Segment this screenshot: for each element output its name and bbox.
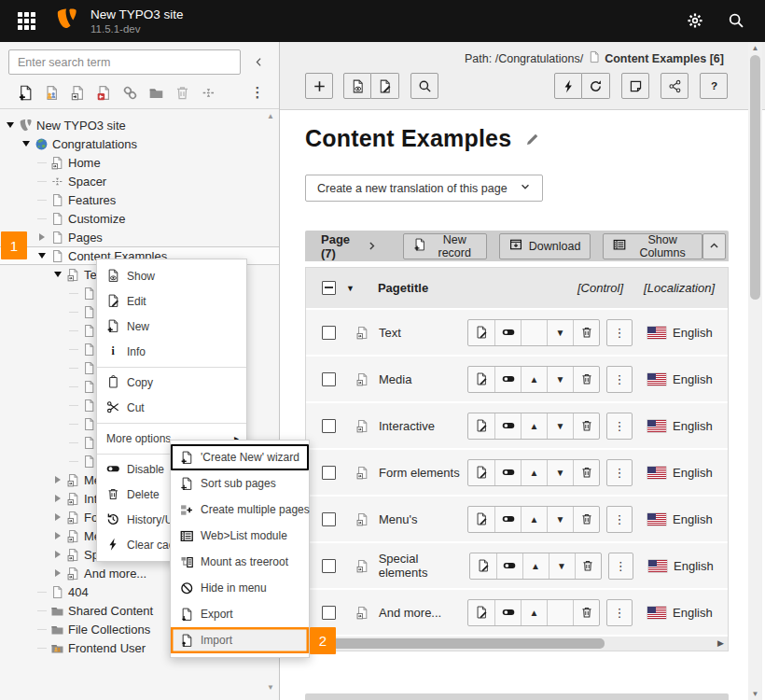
menu-item-import[interactable]: Import — [171, 627, 309, 653]
expand-node-icon[interactable] — [35, 233, 49, 241]
menu-item-copy[interactable]: Copy — [97, 370, 246, 395]
toggle-visibility-button[interactable] — [494, 320, 521, 345]
expand-node-icon[interactable] — [51, 551, 64, 558]
edit-record-button[interactable] — [468, 320, 494, 345]
caret-down-icon[interactable]: ▼ — [346, 284, 355, 293]
horizontal-scrollbar[interactable]: ▶ — [306, 637, 728, 651]
move-down-button[interactable]: ▼ — [549, 553, 575, 579]
trash-disabled-icon[interactable] — [169, 83, 195, 102]
edit-record-button[interactable] — [468, 413, 494, 439]
scrollbar-thumb[interactable] — [312, 638, 605, 649]
delete-record-button[interactable] — [573, 600, 599, 625]
row-language[interactable]: English — [673, 326, 716, 340]
collapse-panel-button[interactable] — [702, 233, 726, 259]
select-all-checkbox[interactable] — [322, 281, 336, 295]
tree-item-new-typo3-site[interactable]: New TYPO3 site — [0, 116, 279, 134]
menu-item-export[interactable]: Export — [171, 601, 309, 627]
tree-scroll-up-icon[interactable]: ▲ — [267, 112, 274, 120]
help-button[interactable]: ? — [700, 73, 728, 99]
menu-item-cut[interactable]: Cut — [97, 395, 246, 420]
move-up-button[interactable]: ▲ — [521, 507, 547, 532]
toggle-visibility-button[interactable] — [494, 600, 521, 625]
link-icon[interactable] — [117, 83, 143, 102]
shortcut-page-icon[interactable] — [355, 466, 370, 480]
delete-record-button[interactable] — [573, 413, 599, 439]
edit-title-pencil-icon[interactable] — [525, 125, 540, 152]
menu-item-edit[interactable]: Edit — [97, 288, 246, 314]
show-columns-button[interactable]: Show Columns — [603, 233, 702, 259]
tree-toolbar-menu-button[interactable]: ⋮ — [248, 84, 267, 101]
collapse-tree-button[interactable] — [246, 50, 271, 75]
more-actions-button[interactable]: ⋮ — [606, 366, 633, 393]
more-actions-button[interactable]: ⋮ — [606, 599, 633, 626]
row-checkbox[interactable] — [322, 466, 336, 480]
shortcut-page-icon[interactable] — [355, 512, 370, 526]
reload-button[interactable] — [582, 73, 610, 99]
more-actions-button[interactable]: ⋮ — [606, 459, 633, 486]
expand-node-icon[interactable] — [51, 513, 64, 521]
more-actions-button[interactable]: ⋮ — [606, 413, 633, 440]
move-up-button[interactable]: ▲ — [521, 413, 547, 439]
tree-item-customize[interactable]: Customize — [0, 209, 279, 228]
move-down-button[interactable]: ▼ — [547, 413, 573, 439]
menu-item-new[interactable]: New — [97, 314, 246, 339]
move-up-button[interactable]: ▲ — [522, 553, 549, 579]
edit-record-button[interactable] — [468, 600, 494, 625]
tree-search-input[interactable] — [8, 49, 241, 75]
toggle-visibility-button[interactable] — [494, 413, 521, 439]
tree-item-pages[interactable]: Pages — [0, 228, 279, 246]
search-icon[interactable] — [728, 12, 746, 31]
edit-record-button[interactable] — [468, 460, 494, 485]
row-language[interactable]: English — [674, 559, 716, 573]
row-checkbox[interactable] — [322, 606, 336, 620]
menu-item-create-new-wizard[interactable]: 'Create New' wizard — [171, 444, 309, 470]
edit-record-button[interactable] — [468, 507, 494, 532]
scrollbar-thumb[interactable] — [750, 55, 760, 300]
toggle-visibility-button[interactable] — [494, 367, 521, 392]
new-content-button[interactable] — [305, 73, 333, 99]
more-actions-button[interactable]: ⋮ — [606, 506, 633, 533]
tree-item-features[interactable]: Features — [0, 190, 279, 209]
more-actions-button[interactable]: ⋮ — [608, 553, 633, 580]
search-button[interactable] — [410, 73, 438, 99]
move-down-button[interactable]: ▼ — [547, 460, 573, 485]
shortcut-page-icon[interactable] — [64, 83, 90, 102]
view-webpage-button[interactable] — [343, 73, 371, 99]
row-title[interactable]: And more... — [379, 606, 441, 620]
move-up-button[interactable]: ▲ — [521, 600, 547, 625]
menu-item-info[interactable]: iInfo — [97, 339, 246, 364]
scroll-right-icon[interactable]: ▶ — [717, 638, 724, 648]
menu-item-hide-in-menu[interactable]: Hide in menu — [171, 575, 309, 601]
vertical-scrollbar[interactable]: ▲ ▼ — [748, 42, 762, 700]
clear-cache-button[interactable] — [554, 73, 582, 99]
new-record-button[interactable]: New record — [403, 233, 487, 259]
delete-record-button[interactable] — [573, 367, 599, 392]
share-button[interactable] — [661, 73, 688, 99]
more-actions-button[interactable]: ⋮ — [606, 319, 633, 346]
spacer-icon[interactable] — [195, 83, 221, 102]
row-language[interactable]: English — [673, 419, 716, 433]
row-title[interactable]: Interactive — [379, 419, 435, 433]
expand-node-icon[interactable] — [51, 532, 64, 539]
delete-record-button[interactable] — [573, 507, 599, 532]
row-language[interactable]: English — [673, 372, 716, 386]
menu-item-create-multiple-pages[interactable]: Create multiple pages — [171, 497, 309, 523]
users-page-icon[interactable] — [38, 83, 64, 102]
edit-page-properties-button[interactable] — [371, 73, 399, 99]
row-title[interactable]: Form elements — [379, 466, 460, 480]
shortcut-page-icon[interactable] — [355, 606, 370, 620]
expand-node-icon[interactable] — [51, 495, 64, 502]
row-checkbox[interactable] — [322, 512, 336, 526]
translation-select[interactable]: Create a new translation of this page — [305, 175, 543, 202]
delete-record-button[interactable] — [575, 553, 601, 579]
shortcut-page-icon[interactable] — [355, 419, 370, 433]
toggle-visibility-button[interactable] — [494, 507, 521, 532]
menu-item-web-list-module[interactable]: Web>List module — [171, 523, 309, 549]
menu-item-mount-as-treeroot[interactable]: Mount as treeroot — [171, 549, 309, 575]
download-button[interactable]: Download — [499, 233, 591, 259]
shortcut-page-icon[interactable] — [355, 372, 370, 386]
move-down-button[interactable]: ▼ — [547, 507, 573, 532]
delete-record-button[interactable] — [573, 320, 599, 345]
expand-node-icon[interactable] — [51, 476, 64, 483]
module-menu-toggle-button[interactable] — [10, 6, 42, 37]
